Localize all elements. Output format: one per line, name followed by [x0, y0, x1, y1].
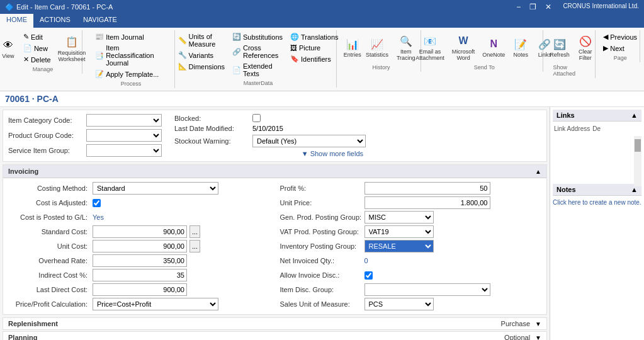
sales-unit-row: Sales Unit of Measure: PCS [280, 298, 542, 310]
overhead-rate-label: Overhead Rate: [8, 257, 90, 264]
profit-pct-input[interactable] [364, 182, 490, 195]
show-more-link[interactable]: ▼ Show more fields [299, 149, 366, 159]
main-content: Item Category Code: Product Group Code: … [0, 107, 644, 340]
close-button[interactable]: ✕ [543, 3, 554, 11]
inventory-posting-row: Inventory Posting Group: RESALE [280, 240, 542, 252]
standard-cost-dots[interactable]: ... [189, 225, 200, 238]
net-invoiced-label: Net Invoiced Qty.: [280, 257, 362, 264]
unit-price-input[interactable] [364, 196, 490, 209]
planning-section[interactable]: Planning Optional ▼ [3, 331, 547, 340]
previous-button[interactable]: ◀Previous [601, 31, 640, 42]
last-direct-cost-input[interactable] [93, 283, 187, 296]
delete-button[interactable]: ✕ Delete [21, 54, 54, 65]
process-group-label: Process [121, 81, 142, 87]
ribbon-group-process: 📰 Item Journal 📑 Item Reclassification J… [88, 30, 175, 88]
next-button[interactable]: ▶Next [601, 43, 640, 54]
variants-button[interactable]: 🔧Variants [176, 50, 227, 60]
notes-button[interactable]: 📝 Notes [509, 35, 532, 60]
notes-icon: 📝 [513, 37, 528, 52]
statistics-label: Statistics [366, 52, 388, 58]
new-button[interactable]: 📄 New [21, 43, 54, 54]
stockout-select[interactable]: Default (Yes) [252, 135, 366, 147]
clear-filter-button[interactable]: 🚫 Clear Filter [574, 31, 597, 63]
gen-prod-posting-select[interactable]: MISC [364, 211, 434, 224]
cost-adjusted-checkbox[interactable] [93, 199, 101, 207]
entries-button[interactable]: 📊 Entries [341, 35, 364, 60]
cross-ref-button[interactable]: 🔗Cross References [230, 43, 285, 60]
cost-adjusted-label: Cost is Adjusted: [8, 199, 90, 207]
tab-actions[interactable]: ACTIONS [33, 14, 77, 28]
price-profit-select[interactable]: Price=Cost+Profit [93, 298, 218, 310]
indirect-cost-label: Indirect Cost %: [8, 271, 90, 279]
identifiers-label: Identifiers [301, 55, 331, 63]
attached-group-label: Show Attached [553, 64, 590, 77]
links-scrollbar[interactable] [634, 136, 641, 186]
vat-prod-posting-row: VAT Prod. Posting Group: VAT19 [280, 225, 542, 238]
inventory-posting-label: Inventory Posting Group: [280, 242, 362, 250]
costing-method-select[interactable]: Standard [93, 182, 218, 195]
requisition-button[interactable]: 📋 Requisition Worksheet [55, 33, 89, 64]
picture-button[interactable]: 🖼Picture [288, 43, 341, 53]
unit-cost-dots[interactable]: ... [189, 240, 200, 252]
extended-texts-button[interactable]: 📄Extended Texts [230, 61, 285, 79]
units-button[interactable]: 📏Units of Measure [176, 31, 227, 49]
dimensions-button[interactable]: 📐Dimensions [176, 61, 227, 72]
maximize-button[interactable]: ❐ [527, 3, 539, 11]
substitutions-button[interactable]: 🔄Substitutions [230, 31, 285, 42]
translations-icon: 🌐 [290, 33, 299, 41]
units-label: Units of Measure [189, 33, 225, 48]
onenote-button[interactable]: N OneNote [479, 35, 508, 60]
last-direct-cost-label: Last Direct Cost: [8, 286, 90, 293]
edit-icon: ✎ [23, 33, 29, 41]
standard-cost-input[interactable] [93, 225, 187, 238]
delete-label: Delete [31, 56, 51, 64]
identifiers-button[interactable]: 🔖Identifiers [288, 54, 341, 64]
item-journal-button[interactable]: 📰 Item Journal [93, 31, 169, 42]
manage-buttons: 👁 View ✎ Edit 📄 New ✕ Delete [0, 31, 89, 65]
ribbon-group-attached: 🔄 Refresh 🚫 Clear Filter Show Attached [548, 30, 596, 78]
replenishment-section[interactable]: Replenishment Purchase ▼ [3, 317, 547, 330]
service-item-group-select[interactable] [86, 144, 162, 157]
planning-chevron: ▼ [535, 334, 541, 341]
sales-unit-select[interactable]: PCS [364, 298, 434, 310]
item-journal-icon: 📰 [95, 33, 104, 41]
translations-button[interactable]: 🌐Translations [288, 31, 341, 42]
minimize-button[interactable]: − [514, 3, 523, 11]
statistics-button[interactable]: 📈 Statistics [365, 35, 390, 60]
allow-invoice-disc-checkbox[interactable] [364, 271, 373, 280]
unit-cost-input[interactable] [93, 240, 187, 252]
blocked-checkbox[interactable] [252, 114, 261, 122]
dimensions-icon: 📐 [178, 62, 187, 71]
view-button[interactable]: 👁 View [0, 36, 20, 61]
inventory-posting-select[interactable]: RESALE [364, 240, 434, 252]
email-icon: 📧 [422, 33, 438, 48]
cost-posted-value[interactable]: Yes [93, 213, 104, 221]
planning-right: Optional ▼ [504, 334, 541, 340]
item-reclassification-button[interactable]: 📑 Item Reclassification Journal [93, 43, 169, 68]
delete-icon: ✕ [23, 55, 29, 64]
vat-prod-posting-select[interactable]: VAT19 [364, 225, 434, 238]
substitutions-icon: 🔄 [232, 33, 241, 41]
right-panel: Links ▲ Link Address De Notes ▲ Click he… [550, 107, 644, 340]
overhead-rate-input[interactable] [93, 254, 187, 267]
ribbon-group-sendto: 📧 Email as Attachment W Microsoft Word N… [426, 30, 543, 72]
picture-label: Picture [299, 44, 320, 52]
apply-template-button[interactable]: 📝 Apply Template... [93, 69, 169, 79]
tab-navigate[interactable]: NAVIGATE [77, 14, 123, 28]
indirect-cost-input[interactable] [93, 269, 187, 281]
item-disc-group-select[interactable] [364, 283, 490, 296]
invoicing-section-header[interactable]: Invoicing ▲ [3, 165, 546, 178]
email-attachment-button[interactable]: 📧 Email as Attachment [412, 31, 448, 63]
create-note-link[interactable]: Click here to create a new note. [553, 199, 641, 206]
email-label: Email as Attachment [415, 48, 444, 61]
masterdata-far: 🌐Translations 🖼Picture 🔖Identifiers [288, 31, 341, 79]
edit-button[interactable]: ✎ Edit [21, 31, 54, 42]
refresh-button[interactable]: 🔄 Refresh [546, 35, 573, 60]
variants-label: Variants [189, 52, 214, 59]
item-category-select[interactable] [86, 114, 162, 127]
tab-home[interactable]: HOME [0, 14, 33, 28]
msword-button[interactable]: W Microsoft Word [449, 31, 478, 63]
service-item-group-row: Service Item Group: [8, 144, 162, 157]
history-buttons: 📊 Entries 📈 Statistics 🔍 Item Tracing [341, 31, 422, 63]
product-group-select[interactable] [86, 129, 162, 142]
